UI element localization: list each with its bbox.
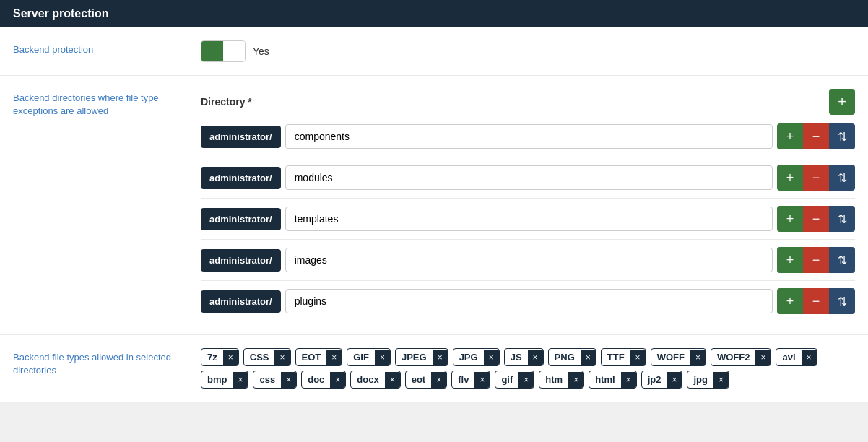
row-move-button-4[interactable]: ⇅ — [829, 288, 855, 314]
file-tag-close-5[interactable]: × — [484, 350, 499, 365]
directory-row-1: administrator/ + − ⇅ — [201, 165, 855, 191]
file-tag-13: css × — [253, 370, 297, 389]
dir-input-2[interactable] — [285, 207, 773, 231]
file-tag-name-18: gif — [495, 371, 518, 388]
row-move-button-0[interactable]: ⇅ — [829, 124, 855, 150]
dir-input-4[interactable] — [285, 289, 773, 313]
row-remove-button-3[interactable]: − — [803, 247, 829, 273]
file-tag-close-10[interactable]: × — [755, 350, 771, 365]
row-remove-button-1[interactable]: − — [803, 165, 829, 191]
row-add-button-1[interactable]: + — [777, 165, 803, 191]
file-tag-22: jpg × — [687, 370, 729, 389]
row-add-button-4[interactable]: + — [777, 288, 803, 314]
file-tag-name-13: css — [253, 371, 281, 388]
row-actions-4: + − ⇅ — [777, 288, 855, 314]
file-tag-close-14[interactable]: × — [330, 372, 345, 388]
backend-directories-row: Backend directories where file type exce… — [0, 76, 868, 335]
file-tag-3: GIF × — [347, 348, 391, 366]
backend-directories-label: Backend directories where file type exce… — [13, 89, 201, 118]
file-tag-6: JS × — [504, 348, 544, 366]
file-tag-close-4[interactable]: × — [433, 350, 448, 365]
file-tag-name-11: avi — [776, 349, 801, 365]
file-tag-name-19: htm — [539, 371, 568, 388]
directory-header: Directory * + — [201, 89, 855, 115]
directory-row-3: administrator/ + − ⇅ — [201, 247, 855, 273]
row-move-button-2[interactable]: ⇅ — [829, 206, 855, 232]
file-tag-name-14: doc — [302, 371, 330, 388]
dir-prefix-1: administrator/ — [201, 167, 281, 189]
add-directory-button[interactable]: + — [829, 89, 855, 115]
file-tag-close-21[interactable]: × — [667, 372, 682, 388]
toggle-yes-label: Yes — [253, 46, 269, 57]
dir-input-3[interactable] — [285, 248, 773, 272]
file-tag-close-16[interactable]: × — [431, 372, 446, 388]
file-tag-close-12[interactable]: × — [233, 372, 248, 388]
file-tag-name-0: 7z — [201, 349, 223, 365]
file-tag-0: 7z × — [201, 348, 239, 366]
file-tag-name-9: WOFF — [651, 349, 690, 365]
file-tag-11: avi × — [776, 348, 817, 366]
dir-prefix-4: administrator/ — [201, 290, 281, 313]
file-tag-close-1[interactable]: × — [274, 350, 290, 365]
backend-protection-row: Backend protection Yes — [0, 27, 868, 76]
file-tag-19: htm × — [539, 370, 584, 389]
file-tag-close-15[interactable]: × — [385, 372, 400, 388]
file-tag-7: PNG × — [548, 348, 596, 366]
dir-separator-1 — [201, 198, 855, 199]
file-tag-close-22[interactable]: × — [713, 372, 729, 388]
file-tag-17: flv × — [451, 370, 490, 389]
file-tag-name-6: JS — [505, 349, 528, 365]
file-tag-close-2[interactable]: × — [326, 350, 342, 365]
file-tag-name-22: jpg — [687, 371, 713, 388]
row-remove-button-2[interactable]: − — [803, 206, 829, 232]
file-tag-21: jp2 × — [641, 370, 683, 389]
row-actions-2: + − ⇅ — [777, 206, 855, 232]
toggle-container: Yes — [201, 40, 855, 62]
directory-row-4: administrator/ + − ⇅ — [201, 288, 855, 314]
file-tag-name-21: jp2 — [642, 371, 667, 388]
row-remove-button-4[interactable]: − — [803, 288, 829, 314]
file-tag-name-17: flv — [452, 371, 474, 388]
file-tag-name-3: GIF — [347, 349, 375, 365]
row-actions-3: + − ⇅ — [777, 247, 855, 273]
row-move-button-3[interactable]: ⇅ — [829, 247, 855, 273]
file-tag-close-20[interactable]: × — [621, 372, 636, 388]
file-tag-close-17[interactable]: × — [474, 372, 490, 388]
row-move-button-1[interactable]: ⇅ — [829, 165, 855, 191]
dir-prefix-0: administrator/ — [201, 126, 281, 148]
backend-protection-toggle[interactable] — [201, 40, 246, 62]
directory-row-0: administrator/ + − ⇅ — [201, 124, 855, 150]
file-tag-close-9[interactable]: × — [690, 350, 706, 365]
toggle-off-part[interactable] — [223, 41, 245, 61]
file-tag-close-3[interactable]: × — [375, 350, 390, 365]
file-tag-name-16: eot — [406, 371, 432, 388]
row-add-button-2[interactable]: + — [777, 206, 803, 232]
row-remove-button-0[interactable]: − — [803, 124, 829, 150]
file-tag-12: bmp × — [201, 370, 248, 389]
directory-column-label: Directory * — [201, 96, 252, 108]
file-tag-9: WOFF × — [651, 348, 706, 366]
backend-filetypes-label: Backend file types allowed in selected d… — [13, 348, 201, 377]
toggle-on-part[interactable] — [201, 41, 223, 61]
file-tag-close-7[interactable]: × — [581, 350, 596, 365]
file-tag-close-19[interactable]: × — [568, 372, 583, 388]
dir-input-1[interactable] — [285, 165, 773, 190]
row-add-button-0[interactable]: + — [777, 124, 803, 150]
file-tag-close-13[interactable]: × — [281, 372, 296, 388]
file-tag-close-8[interactable]: × — [630, 350, 646, 365]
file-tag-20: html × — [589, 370, 636, 389]
file-tag-4: JPEG × — [395, 348, 448, 366]
backend-protection-content: Yes — [201, 40, 855, 62]
dir-input-0[interactable] — [285, 124, 773, 149]
file-tag-name-1: CSS — [244, 349, 275, 365]
file-tag-close-6[interactable]: × — [528, 350, 543, 365]
row-add-button-3[interactable]: + — [777, 247, 803, 273]
file-tag-close-0[interactable]: × — [223, 350, 238, 365]
file-tag-close-18[interactable]: × — [518, 372, 534, 388]
file-tag-name-10: WOFF2 — [711, 349, 756, 365]
file-tag-close-11[interactable]: × — [802, 350, 817, 365]
file-tag-2: EOT × — [295, 348, 343, 366]
filetypes-content: 7z × CSS × EOT × GIF × JPEG × JPG × JS ×… — [201, 348, 855, 389]
filetypes-tags-container: 7z × CSS × EOT × GIF × JPEG × JPG × JS ×… — [201, 348, 855, 389]
file-tag-16: eot × — [405, 370, 448, 389]
